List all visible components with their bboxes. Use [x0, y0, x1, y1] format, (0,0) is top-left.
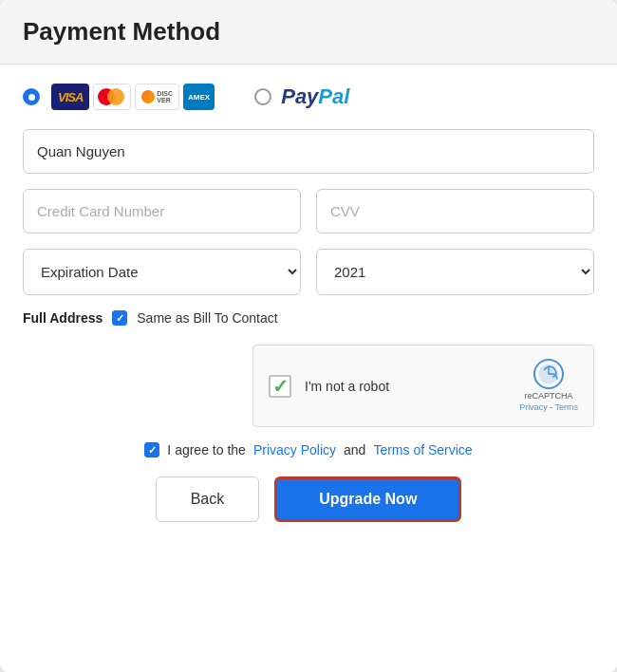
card-logos-group: VISA DISCVER AMEX — [51, 84, 215, 110]
recaptcha-svg — [537, 363, 560, 385]
upgrade-now-button[interactable]: Upgrade Now — [274, 476, 461, 522]
recaptcha-left: ✓ I'm not a robot — [269, 375, 389, 398]
discover-text: DISCVER — [157, 90, 173, 103]
agreement-prefix: I agree to the — [167, 442, 246, 457]
card-number-col — [23, 189, 301, 233]
recaptcha-right: reCAPTCHA Privacy - Terms — [519, 359, 578, 413]
paypal-radio[interactable] — [254, 88, 271, 105]
visa-logo: VISA — [51, 84, 89, 110]
credit-card-radio[interactable] — [23, 88, 40, 105]
card-header: Payment Method — [0, 0, 617, 65]
expiration-col: Expiration Date 01 - January 02 - Februa… — [23, 249, 301, 295]
same-address-checkbox[interactable] — [112, 310, 127, 326]
terms-of-service-link[interactable]: Terms of Service — [373, 442, 472, 457]
mc-orange-circle — [107, 88, 124, 105]
recaptcha-checkmark: ✓ — [272, 375, 289, 398]
paypal-section: PayPal — [254, 84, 349, 109]
address-checkbox-row: Full Address Same as Bill To Contact — [23, 310, 594, 326]
payment-method-card: Payment Method VISA DISC — [0, 0, 617, 672]
expiration-date-select[interactable]: Expiration Date 01 - January 02 - Februa… — [23, 249, 301, 295]
year-select[interactable]: 2019 2020 2021 2022 2023 2024 2025 — [316, 249, 594, 295]
back-button[interactable]: Back — [156, 476, 260, 522]
mastercard-logo — [93, 84, 131, 110]
expiry-year-row: Expiration Date 01 - January 02 - Februa… — [23, 249, 594, 295]
payment-selector-row: VISA DISCVER AMEX — [23, 84, 594, 110]
discover-logo: DISCVER — [135, 84, 179, 110]
page-title: Payment Method — [23, 17, 594, 47]
discover-dot — [141, 90, 155, 103]
card-cvv-row — [23, 189, 594, 233]
cvv-input[interactable] — [316, 189, 594, 233]
card-body: VISA DISCVER AMEX — [0, 65, 617, 541]
button-row: Back Upgrade Now — [23, 476, 594, 522]
cardholder-name-input[interactable] — [23, 129, 594, 174]
full-address-label: Full Address — [23, 310, 103, 326]
amex-logo: AMEX — [183, 84, 215, 110]
recaptcha-box[interactable]: ✓ I'm not a robot reCAPTCHA Privacy - — [252, 345, 594, 427]
recaptcha-terms-link[interactable]: Terms — [555, 402, 579, 412]
privacy-policy-link[interactable]: Privacy Policy — [253, 442, 336, 457]
recaptcha-logo-icon — [533, 359, 564, 389]
card-number-input[interactable] — [23, 189, 301, 233]
recaptcha-checkbox[interactable]: ✓ — [269, 375, 291, 398]
agreement-row: I agree to the Privacy Policy and Terms … — [23, 442, 594, 457]
cvv-col — [316, 189, 594, 233]
recaptcha-brand-label: reCAPTCHA Privacy - Terms — [519, 391, 578, 413]
paypal-logo-text: PayPal — [281, 84, 349, 109]
recaptcha-label: I'm not a robot — [305, 379, 389, 394]
agreement-checkbox[interactable] — [144, 442, 159, 457]
agreement-and: and — [344, 442, 365, 457]
recaptcha-privacy-link[interactable]: Privacy — [519, 402, 548, 412]
recaptcha-brand: reCAPTCHA — [525, 391, 573, 401]
year-col: 2019 2020 2021 2022 2023 2024 2025 — [316, 249, 594, 295]
same-address-label: Same as Bill To Contact — [137, 310, 277, 326]
